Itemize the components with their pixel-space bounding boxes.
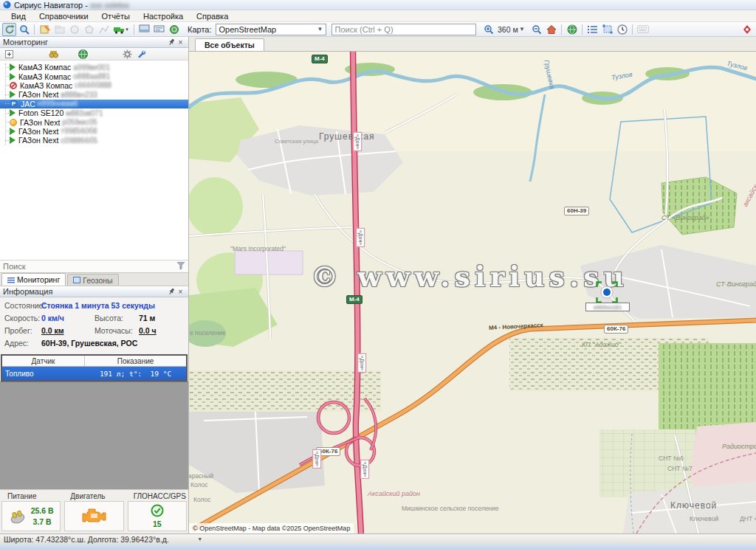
engine-gauge: Двигатель: [64, 491, 123, 531]
close-icon[interactable]: ×: [176, 287, 185, 297]
map-select[interactable]: OpenStreetMap ▼: [216, 24, 326, 35]
tree-item[interactable]: ГАЗон Nextс098866б5: [0, 136, 188, 145]
mileage-value[interactable]: 0.0 км: [41, 326, 94, 335]
map-label: Грушевская: [319, 131, 375, 142]
panel-info-button[interactable]: [152, 23, 166, 36]
vehicle-status-icon: [10, 128, 16, 135]
map-attribution: © OpenStreetMap - Map data ©2025 OpenStr…: [189, 523, 354, 534]
expand-all-button[interactable]: [2, 49, 16, 60]
globe-icon[interactable]: [76, 49, 89, 60]
map-view[interactable]: ГрушевскаяСоветская улицаТузловТузловГру…: [189, 52, 756, 534]
zoom-to-object-button[interactable]: [17, 23, 31, 36]
menu-item-Справочники[interactable]: Справочники: [32, 10, 95, 22]
tree-item[interactable]: ГАЗон Nextт998560б8: [0, 127, 188, 136]
tree-item[interactable]: КамАЗ Компасо888аа881: [0, 72, 188, 80]
menu-item-Отчёты[interactable]: Отчёты: [95, 10, 137, 22]
geozone-icon: [73, 277, 80, 283]
pin-icon[interactable]: [166, 38, 176, 47]
map-label: Мишкинское сельское поселение: [402, 505, 499, 512]
state-value: Стоянка 1 минута 53 секунды: [41, 301, 155, 310]
tree-search-input[interactable]: [3, 262, 176, 271]
track-mode-button[interactable]: [2, 23, 16, 36]
road-name-plate: «Дон»: [356, 228, 365, 247]
panel-tab-Геозоны[interactable]: Геозоны: [67, 274, 118, 286]
filter-icon[interactable]: [176, 262, 185, 272]
geozone-circle-button[interactable]: [67, 23, 81, 36]
pin-icon[interactable]: [166, 287, 176, 297]
vehicle-status-icon: [10, 91, 16, 98]
home-view-button[interactable]: [544, 23, 558, 36]
vehicle-marker[interactable]: [596, 281, 618, 303]
list-icon: [7, 277, 15, 283]
road-name-plate: «Дон»: [353, 132, 362, 151]
tree-item[interactable]: ГАЗон Nextр059ккс05: [0, 117, 188, 126]
window-title: Сириус Навигатор -: [14, 1, 88, 10]
globe-button[interactable]: [565, 23, 579, 36]
map-label: КП "Адажио": [582, 341, 621, 348]
vehicle-menu-button[interactable]: ▾: [111, 23, 131, 36]
map-tab-all-objects[interactable]: Все объекты: [195, 38, 264, 51]
tree-item[interactable]: ГАЗон Nextв888вн233: [0, 90, 188, 99]
tree-item[interactable]: Foton SE120м883зв071: [0, 108, 188, 117]
map-label: СТ «Виноград»: [662, 214, 709, 221]
select-area-button[interactable]: [600, 23, 614, 36]
map-label: СНТ №6: [659, 455, 684, 462]
finance-button[interactable]: [167, 23, 181, 36]
height-label: Высота:: [94, 314, 139, 322]
hours-value[interactable]: 0.0 ч: [139, 326, 157, 335]
chevron-down-icon: ▼: [317, 26, 323, 32]
panel-tab-Мониторинг[interactable]: Мониторинг: [1, 273, 66, 286]
gauges-panel: Питание 25.6 В 3.7 В Двигатель: [0, 489, 188, 534]
monitoring-panel-header: Мониторинг ×: [0, 37, 188, 48]
binoculars-icon[interactable]: [47, 49, 60, 60]
geozone-group-button[interactable]: [52, 23, 66, 36]
address-value: 60Н-39, Грушевская, РОС: [41, 339, 137, 348]
gear-icon[interactable]: [120, 49, 134, 60]
menu-item-Вид[interactable]: Вид: [4, 10, 32, 22]
object-list-button[interactable]: [585, 23, 599, 36]
map-select-value: OpenStreetMap: [219, 25, 277, 34]
window-title-masked: ххх ххletхх: [90, 1, 129, 10]
window-bottom-edge: [0, 544, 756, 549]
left-panel: Мониторинг ×: [0, 37, 189, 534]
panel-tabs: МониторингГеозоны: [0, 273, 188, 286]
road-badge: 60Н-39: [564, 207, 589, 215]
map-label: М4 - Новочеркасск: [489, 322, 543, 331]
zoom-in-button[interactable]: [481, 23, 495, 36]
menu-item-Справка[interactable]: Справка: [190, 10, 235, 22]
panel-monitoring-button[interactable]: [137, 23, 151, 36]
menu-item-Настройка[interactable]: Настройка: [137, 10, 190, 22]
vehicle-status-icon: [10, 63, 16, 71]
terminal-commands-button[interactable]: [636, 23, 650, 36]
geozone-polygon-button[interactable]: [82, 23, 96, 36]
engine-icon: [81, 507, 106, 526]
coordinates-readout: Широта: 47.43238°с.ш. Долгота: 39.96423°…: [4, 535, 169, 544]
value-col-header: Показание: [85, 356, 186, 366]
map-label: "Mars Incorporated": [230, 245, 286, 252]
sensor-table-header: Датчик Показание: [2, 356, 186, 367]
tree-item[interactable]: КамАЗ Компасс666бб888: [0, 81, 188, 90]
global-search: [331, 24, 477, 35]
sensor-row[interactable]: Топливо191 л; t°: 19 °C: [2, 367, 186, 380]
global-search-input[interactable]: [331, 24, 477, 35]
wrench-icon[interactable]: [135, 49, 148, 60]
map-edit-button[interactable]: [38, 23, 52, 36]
empty-dock-area: [0, 381, 188, 489]
sensor-col-header: Датчик: [2, 356, 85, 366]
app-icon: [3, 1, 11, 9]
history-clock-button[interactable]: [615, 23, 629, 36]
map-tab-bar: Все объекты: [189, 37, 756, 52]
main-area: Мониторинг ×: [0, 37, 756, 534]
map-label: Ключевой: [670, 500, 717, 511]
toolbar-separator: [34, 24, 35, 35]
zoom-out-button[interactable]: [529, 23, 543, 36]
geozone-line-button[interactable]: [97, 23, 111, 36]
power-label: Питание: [1, 491, 61, 501]
map-label: Колос: [193, 496, 211, 503]
tree-item[interactable]: PJACн999ннввв6: [0, 100, 188, 108]
tree-item[interactable]: КамАЗ Компаса999ве001: [0, 63, 188, 72]
close-icon[interactable]: ×: [176, 38, 185, 47]
app-window: Сириус Навигатор - ххх ххletхх ВидСправо…: [0, 0, 756, 549]
chevron-down-icon[interactable]: ▾: [199, 536, 202, 542]
zoom-level-select[interactable]: 360 м ▼: [496, 24, 529, 35]
